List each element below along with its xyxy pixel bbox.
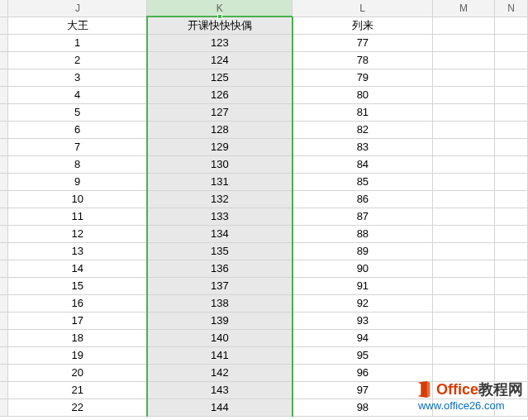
cell[interactable]: 11 [8,208,147,225]
cell[interactable] [433,364,495,381]
cell[interactable]: 88 [293,225,433,242]
cell[interactable] [494,242,527,260]
cell[interactable]: 6 [8,121,147,138]
cell[interactable] [433,17,495,34]
cell[interactable]: 85 [293,173,433,190]
cell[interactable]: 93 [293,312,433,329]
cell[interactable]: 21 [8,381,147,399]
cell[interactable] [494,103,527,121]
cell-selected[interactable]: 129 [147,138,293,155]
cell[interactable]: 12 [8,225,147,242]
col-header-l[interactable]: L [293,0,433,17]
cell-selected[interactable]: 128 [147,121,293,138]
cell[interactable]: 92 [293,294,433,312]
cell[interactable]: 20 [8,364,147,381]
cell-selected[interactable]: 143 [147,381,293,399]
cell[interactable]: 4 [8,86,147,103]
cell[interactable]: 94 [293,329,433,346]
cell[interactable] [494,86,527,103]
cell[interactable]: 87 [293,208,433,225]
cell[interactable]: 7 [8,138,147,155]
cell[interactable]: 78 [293,51,433,69]
cell[interactable]: 1 [8,34,147,51]
cell[interactable]: 9 [8,173,147,190]
cell[interactable] [433,208,495,225]
row-header[interactable] [0,173,8,190]
cell[interactable] [433,225,495,242]
cell[interactable] [433,346,495,364]
cell[interactable]: 84 [293,155,433,173]
cell-selected[interactable]: 138 [147,294,293,312]
cell[interactable] [433,86,495,103]
row-header[interactable] [0,86,8,103]
cell[interactable]: 22 [8,399,147,416]
row-header[interactable] [0,329,8,346]
cell[interactable] [494,190,527,208]
cell-selected[interactable]: 125 [147,69,293,86]
cell[interactable] [494,51,527,69]
corner-cell[interactable] [0,0,8,17]
spreadsheet-grid[interactable]: J K L M N 大王 开课快快快偶 列来 11237721247831257… [0,0,528,417]
cell[interactable]: 3 [8,69,147,86]
cell[interactable] [433,190,495,208]
cell[interactable] [494,312,527,329]
row-header[interactable] [0,277,8,294]
cell-selected[interactable]: 139 [147,312,293,329]
cell[interactable]: 17 [8,312,147,329]
cell-selected[interactable]: 137 [147,277,293,294]
cell[interactable] [494,17,527,34]
cell[interactable] [433,51,495,69]
cell[interactable]: 89 [293,242,433,260]
row-header[interactable] [0,381,8,399]
cell[interactable] [433,294,495,312]
col-header-n[interactable]: N [494,0,527,17]
row-header[interactable] [0,399,8,416]
cell[interactable]: 16 [8,294,147,312]
cell-selected[interactable]: 132 [147,190,293,208]
row-header[interactable] [0,69,8,86]
row-header[interactable] [0,225,8,242]
cell[interactable] [433,277,495,294]
cell[interactable] [494,34,527,51]
cell[interactable] [494,277,527,294]
cell-selected[interactable]: 127 [147,103,293,121]
cell[interactable]: 大王 [8,17,147,34]
row-header[interactable] [0,155,8,173]
cell[interactable]: 97 [293,381,433,399]
cell[interactable]: 95 [293,346,433,364]
cell[interactable] [494,364,527,381]
col-header-j[interactable]: J [8,0,147,17]
cell[interactable]: 77 [293,34,433,51]
cell[interactable]: 14 [8,260,147,277]
row-header[interactable] [0,312,8,329]
cell[interactable]: 80 [293,86,433,103]
cell[interactable] [433,103,495,121]
cell[interactable]: 8 [8,155,147,173]
cell[interactable]: 列来 [293,17,433,34]
cell[interactable]: 15 [8,277,147,294]
cell-selected[interactable]: 131 [147,173,293,190]
cell[interactable] [494,173,527,190]
cell[interactable] [433,69,495,86]
cell[interactable] [494,208,527,225]
cell[interactable]: 86 [293,190,433,208]
row-header[interactable] [0,294,8,312]
row-header[interactable] [0,260,8,277]
row-header[interactable] [0,364,8,381]
cell[interactable] [494,155,527,173]
cell[interactable]: 13 [8,242,147,260]
cell[interactable]: 98 [293,399,433,416]
cell[interactable] [433,173,495,190]
cell-selected[interactable]: 130 [147,155,293,173]
cell[interactable] [433,399,495,416]
cell-selected[interactable]: 135 [147,242,293,260]
cell[interactable]: 81 [293,103,433,121]
cell-selected[interactable]: 142 [147,364,293,381]
cell[interactable]: 19 [8,346,147,364]
cell-selected[interactable]: 144 [147,399,293,416]
row-header[interactable] [0,242,8,260]
cell-selected[interactable]: 134 [147,225,293,242]
row-header[interactable] [0,346,8,364]
row-header[interactable] [0,121,8,138]
cell[interactable]: 82 [293,121,433,138]
